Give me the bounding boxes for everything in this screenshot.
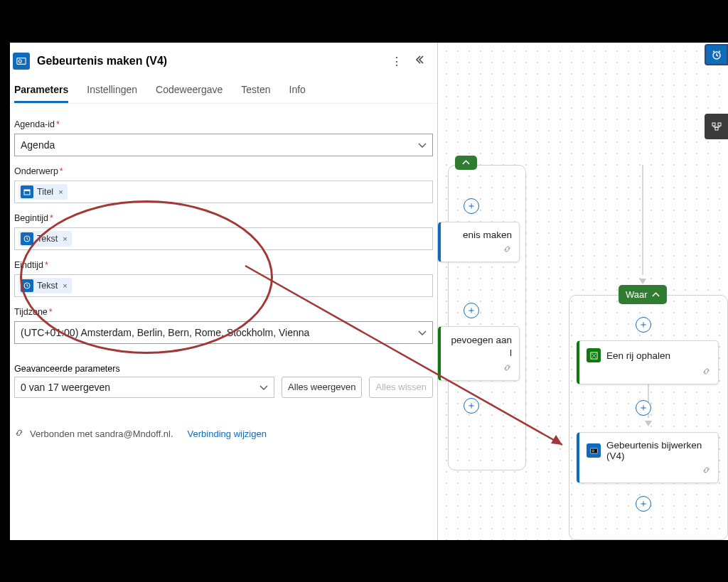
close-icon[interactable]: × xyxy=(58,188,63,196)
tab-codeweergave[interactable]: Codeweergave xyxy=(156,84,223,103)
excel-icon xyxy=(587,348,601,362)
minimap-button[interactable] xyxy=(705,114,728,139)
chevron-down-icon xyxy=(259,382,268,393)
properties-panel: Gebeurtenis maken (V4) ⋮ Parameters Inst… xyxy=(10,43,438,540)
dropdown-advanced[interactable]: 0 van 17 weergeven xyxy=(14,377,274,398)
tab-testen[interactable]: Testen xyxy=(241,84,270,103)
clock-icon xyxy=(21,279,33,292)
link-icon xyxy=(702,465,711,477)
input-eindtijd[interactable]: Tekst × xyxy=(14,274,433,297)
svg-rect-7 xyxy=(712,123,715,126)
condition-collapse-left[interactable] xyxy=(455,156,477,170)
add-step-button[interactable]: ＋ xyxy=(464,303,479,318)
svg-rect-9 xyxy=(715,127,718,130)
label-begintijd: Begintijd* xyxy=(14,213,433,223)
outlook-icon xyxy=(587,443,601,458)
label-agenda-id: Agenda-id* xyxy=(14,119,433,129)
chevron-down-icon xyxy=(418,139,427,151)
close-icon[interactable]: × xyxy=(63,235,67,243)
more-icon[interactable]: ⋮ xyxy=(391,55,402,68)
link-icon xyxy=(702,367,711,378)
card-rij-toevoegen[interactable]: pevoegen aan l xyxy=(438,326,520,381)
input-onderwerp[interactable]: Titel × xyxy=(14,180,433,203)
label-onderwerp: Onderwerp* xyxy=(14,166,433,176)
connection-info: Verbonden met sandra@Mndoff.nl. Verbindi… xyxy=(10,398,437,444)
add-step-button[interactable]: ＋ xyxy=(464,198,479,214)
tab-parameters[interactable]: Parameters xyxy=(14,84,68,103)
tab-instellingen[interactable]: Instellingen xyxy=(87,84,137,103)
label-advanced: Geavanceerde parameters xyxy=(14,364,274,374)
card-gebeurtenis-maken[interactable]: enis maken xyxy=(438,222,520,262)
panel-title: Gebeurtenis maken (V4) xyxy=(37,55,167,68)
calendar-icon xyxy=(21,185,33,198)
add-step-button[interactable]: ＋ xyxy=(636,496,651,512)
token-eind-tekst[interactable]: Tekst × xyxy=(18,278,72,293)
link-icon xyxy=(14,428,24,440)
connector xyxy=(628,165,657,287)
label-tijdzone: Tijdzone* xyxy=(14,307,433,317)
link-icon xyxy=(503,244,512,256)
svg-rect-8 xyxy=(718,123,721,126)
input-begintijd[interactable]: Tekst × xyxy=(14,227,433,250)
tab-info[interactable]: Info xyxy=(289,84,306,103)
chevron-down-icon xyxy=(418,327,427,338)
svg-rect-3 xyxy=(24,190,30,191)
add-step-button[interactable]: ＋ xyxy=(636,400,651,416)
token-titel[interactable]: Titel × xyxy=(18,184,68,200)
outlook-icon xyxy=(13,53,30,70)
card-een-rij-ophalen[interactable]: Een rij ophalen xyxy=(577,340,719,384)
input-tijdzone[interactable]: (UTC+01:00) Amsterdam, Berlin, Bern, Rom… xyxy=(14,321,433,344)
clock-button[interactable] xyxy=(705,44,728,65)
card-gebeurtenis-bijwerken[interactable]: Gebeurtenis bijwerken (V4) xyxy=(577,432,719,483)
close-icon[interactable]: × xyxy=(63,281,67,290)
svg-point-1 xyxy=(18,60,21,63)
show-all-button[interactable]: Alles weergeven xyxy=(282,377,362,398)
tabs: Parameters Instellingen Codeweergave Tes… xyxy=(10,77,437,104)
condition-header-waar[interactable]: Waar xyxy=(619,285,667,304)
add-step-button[interactable]: ＋ xyxy=(636,317,651,333)
token-begin-tekst[interactable]: Tekst × xyxy=(18,231,72,247)
clock-icon xyxy=(21,232,33,245)
change-connection-link[interactable]: Verbinding wijzigen xyxy=(188,429,267,439)
flow-canvas[interactable]: ＋ enis maken ＋ pevoegen aan l ＋ Waar xyxy=(438,43,728,540)
input-agenda-id[interactable]: Agenda xyxy=(14,134,433,156)
label-eindtijd: Eindtijd* xyxy=(14,260,433,270)
branch-container-left xyxy=(448,165,526,470)
collapse-icon[interactable] xyxy=(413,55,424,68)
clear-all-button[interactable]: Alles wissen xyxy=(369,377,433,398)
link-icon xyxy=(503,363,512,374)
add-step-button[interactable]: ＋ xyxy=(464,398,479,414)
